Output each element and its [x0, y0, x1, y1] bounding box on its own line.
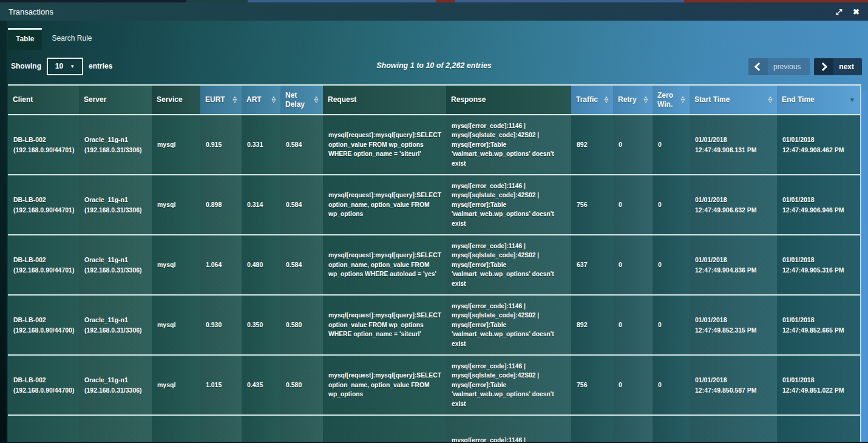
column-label: Retry [618, 95, 637, 104]
tab-table[interactable]: Table [8, 28, 42, 50]
column-header-start-time[interactable]: Start Time△▽ [690, 86, 777, 114]
cell-service: mysql [152, 296, 200, 354]
cell-request: mysql[request]:mysql[query]:SELECT optio… [323, 175, 446, 234]
cell-art: 0.314 [242, 175, 280, 234]
cell-server: Oracle_11g-n1 (192.168.0.31/3306) [79, 175, 152, 234]
previous-label: previous [768, 63, 810, 71]
cell-retry: 0 [613, 175, 653, 234]
cell-traffic: 892 [571, 115, 613, 174]
column-label: Server [84, 95, 106, 104]
table-row[interactable]: DB-LB-002 (192.168.0.90/44701)Oracle_11g… [8, 115, 860, 175]
sort-icon: △▽ [233, 97, 237, 103]
cell-service: mysql [152, 356, 200, 414]
column-header-client: Client [8, 86, 79, 114]
column-header-service: Service [152, 86, 200, 114]
cell-request: mysql[request]:mysql[query]:SELECT optio… [323, 356, 446, 414]
cell-server: Oracle_11g-n1 [79, 416, 152, 442]
tab-search-rule[interactable]: Search Rule [42, 28, 101, 50]
column-header-request: Request [323, 86, 446, 114]
column-label: Client [13, 95, 33, 104]
cell-traffic: 756 [571, 356, 613, 414]
tab-bar: Table Search Rule [8, 28, 102, 50]
column-label: Service [157, 95, 183, 104]
table-header-row: ClientServerServiceEURT△▽ART△▽Net Delay△… [8, 86, 860, 115]
cell-server: Oracle_11g-n1 (192.168.0.31/3306) [79, 356, 152, 414]
cell-net-delay: 0.580 [280, 356, 323, 414]
sort-desc-icon: ▼ [849, 96, 855, 104]
sort-icon: △▽ [681, 97, 685, 103]
cell-zero-win: 0 [653, 356, 690, 414]
cell-start-time: 01/01/2018 12:47:49.852.315 PM [690, 296, 777, 354]
cell-eurt: 0.930 [200, 296, 242, 354]
cell-start-time: 01/01/2018 12:47:49.904.836 PM [690, 235, 777, 294]
pager: previous next [748, 58, 862, 75]
cell-eurt: 0.915 [200, 115, 242, 174]
vertical-scrollbar[interactable] [862, 91, 867, 441]
cell-retry: 0 [613, 115, 653, 174]
sort-icon: △▽ [272, 97, 276, 103]
cell-start-time: 01/01/2018 12:47:49.908.131 PM [690, 115, 777, 174]
cell-end-time: 01/01/2018 12:47:49.906.946 PM [777, 175, 860, 234]
next-button[interactable]: next [814, 58, 862, 75]
column-label: Response [451, 95, 486, 104]
column-header-net-delay[interactable]: Net Delay△▽ [280, 86, 323, 114]
cell-traffic: 756 [571, 175, 613, 234]
cell-eurt [200, 416, 242, 442]
cell-service: mysql [152, 235, 200, 294]
cell-end-time: 01/01/2018 12:47:49.851.022 PM [777, 356, 860, 414]
cell-retry: 0 [613, 296, 653, 354]
table-row[interactable]: DB-LB-002 (192.168.0.90/44701)Oracle_11g… [8, 175, 860, 235]
modal-titlebar: Transactions ⤢ ✖ [0, 2, 868, 21]
cell-traffic [571, 416, 613, 442]
modal-body: Table Search Rule Showing 10 ▼ entries S… [0, 21, 868, 442]
cell-start-time: 01/01/2018 12:47:49.906.632 PM [690, 175, 777, 234]
table-body: DB-LB-002 (192.168.0.90/44701)Oracle_11g… [8, 115, 860, 442]
cell-end-time: 01/01/2018 12:47:49.908.462 PM [777, 115, 860, 174]
cell-client: DB-LB-002 (192.168.0.90/44701) [8, 115, 79, 174]
column-header-traffic[interactable]: Traffic△▽ [571, 86, 613, 114]
cell-retry [613, 416, 653, 442]
cell-net-delay: 0.584 [280, 235, 323, 294]
cell-client: DB-LB-002 (192.168.0.90/44701) [8, 235, 79, 294]
cell-net-delay: 0.584 [280, 115, 323, 174]
column-header-response: Response [446, 86, 571, 114]
column-header-eurt[interactable]: EURT△▽ [200, 86, 242, 114]
cell-zero-win: 0 [653, 175, 690, 234]
cell-end-time: 01/01/2018 12:47:49.905.316 PM [777, 235, 860, 294]
cell-art: 0.331 [242, 115, 280, 174]
previous-button[interactable]: previous [748, 58, 810, 75]
cell-start-time: 01/01/2018 [690, 416, 777, 442]
chevron-left-icon [748, 58, 768, 75]
cell-art: 0.350 [242, 296, 280, 354]
next-label: next [833, 63, 862, 71]
table-row[interactable]: DB-LB-002 (192.168.0.90/44700)Oracle_11g… [8, 296, 860, 356]
cell-response: mysql[error_code]:1146 | mysql[sqlstate_… [446, 416, 571, 442]
column-header-zero-win[interactable]: Zero Win.△▽ [653, 86, 690, 114]
cell-request: mysql[request]:mysql[query]:SELECT [323, 416, 446, 442]
cell-service: mysql [152, 115, 200, 174]
cell-eurt: 1.015 [200, 356, 242, 414]
table-row[interactable]: DB-LB-002Oracle_11g-n1mysql[request]:mys… [8, 416, 860, 442]
cell-response: mysql[error_code]:1146 | mysql[sqlstate_… [446, 115, 571, 174]
cell-zero-win: 0 [653, 296, 690, 354]
cell-eurt: 1.064 [200, 235, 242, 294]
column-header-retry[interactable]: Retry△▽ [613, 86, 653, 114]
cell-response: mysql[error_code]:1146 | mysql[sqlstate_… [446, 356, 571, 414]
cell-response: mysql[error_code]:1146 | mysql[sqlstate_… [446, 296, 571, 354]
table-row[interactable]: DB-LB-002 (192.168.0.90/44701)Oracle_11g… [8, 235, 860, 296]
cell-client: DB-LB-002 [8, 416, 79, 442]
column-header-art[interactable]: ART△▽ [242, 86, 280, 114]
left-edge-shade [0, 21, 7, 442]
expand-icon[interactable]: ⤢ [836, 8, 842, 16]
close-icon[interactable]: ✖ [853, 8, 860, 16]
cell-request: mysql[request]:mysql[query]:SELECT optio… [323, 115, 446, 174]
cell-server: Oracle_11g-n1 (192.168.0.31/3306) [79, 115, 152, 174]
cell-request: mysql[request]:mysql[query]:SELECT optio… [323, 235, 446, 294]
column-header-end-time[interactable]: End Time▼ [777, 86, 860, 114]
column-label: EURT [205, 95, 225, 104]
table-row[interactable]: DB-LB-002 (192.168.0.90/44700)Oracle_11g… [8, 356, 860, 416]
cell-zero-win [653, 416, 690, 442]
sort-icon: △▽ [768, 97, 772, 103]
column-label: Traffic [576, 95, 598, 104]
transactions-table: ClientServerServiceEURT△▽ART△▽Net Delay△… [8, 84, 861, 442]
